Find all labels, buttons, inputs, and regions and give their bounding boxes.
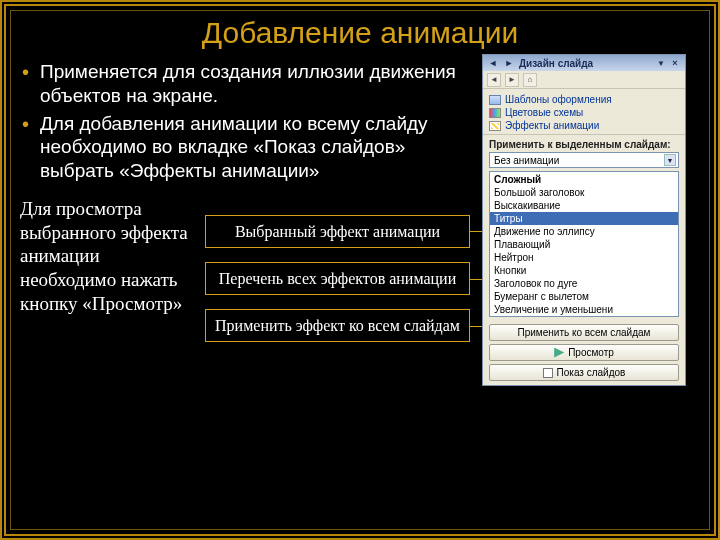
list-item[interactable]: Плавающий xyxy=(490,238,678,251)
list-item[interactable]: Движение по эллипсу xyxy=(490,225,678,238)
pane-link-group: Шаблоны оформления Цветовые схемы Эффект… xyxy=(483,89,685,135)
link-label: Эффекты анимации xyxy=(505,120,599,131)
callout-selected-effect: Выбранный эффект анимации xyxy=(205,215,470,248)
screen-icon xyxy=(543,368,553,378)
link-label: Шаблоны оформления xyxy=(505,94,612,105)
templates-icon xyxy=(489,95,501,105)
preview-instruction: Для просмотра выбранного эффекта анимаци… xyxy=(20,197,195,343)
content-row: Применяется для создания иллюзии движени… xyxy=(20,60,700,342)
list-item[interactable]: Бумеранг с вылетом xyxy=(490,290,678,303)
list-item[interactable]: Выскакивание xyxy=(490,199,678,212)
chevron-down-icon: ▼ xyxy=(664,154,676,166)
callout-text: Перечень всех эффектов анимации xyxy=(219,270,456,287)
dropdown-icon[interactable]: ▼ xyxy=(657,59,665,68)
button-label: Просмотр xyxy=(568,347,614,358)
pane-header: ◄ ► Дизайн слайда ▼ × xyxy=(483,55,685,71)
callout-text: Выбранный эффект анимации xyxy=(235,223,440,240)
play-icon xyxy=(554,348,564,358)
link-label: Цветовые схемы xyxy=(505,107,583,118)
callout-text: Применить эффект ко всем слайдам xyxy=(215,317,460,334)
palette-icon xyxy=(489,108,501,118)
group-label: Сложный xyxy=(490,172,678,186)
pane-bottom: Применить ко всем слайдам Просмотр Показ… xyxy=(483,321,685,385)
left-column: Применяется для создания иллюзии движени… xyxy=(20,60,470,342)
forward-icon[interactable]: ► xyxy=(503,57,515,69)
list-item[interactable]: Нейтрон xyxy=(490,251,678,264)
slide-frame: Добавление анимации Применяется для созд… xyxy=(0,0,720,540)
list-item[interactable]: Большой заголовок xyxy=(490,186,678,199)
section-label: Применить к выделенным слайдам: xyxy=(483,135,685,152)
task-pane-wrap: ◄ ► Дизайн слайда ▼ × ◄ ► ⌂ Шаблоны офор… xyxy=(478,60,680,342)
bullet-item: Для добавления анимации ко всему слайду … xyxy=(20,112,470,183)
link-color-schemes[interactable]: Цветовые схемы xyxy=(489,106,679,119)
preview-button[interactable]: Просмотр xyxy=(489,344,679,361)
animation-dropdown[interactable]: Без анимации ▼ xyxy=(489,152,679,168)
slide-title: Добавление анимации xyxy=(20,16,700,50)
callout-stack: Выбранный эффект анимации Перечень всех … xyxy=(205,197,470,343)
link-templates[interactable]: Шаблоны оформления xyxy=(489,93,679,106)
callout-apply-all: Применить эффект ко всем слайдам xyxy=(205,309,470,342)
pane-title: Дизайн слайда xyxy=(519,58,653,69)
nav-fwd-button[interactable]: ► xyxy=(505,73,519,87)
button-label: Применить ко всем слайдам xyxy=(518,327,651,338)
apply-all-button[interactable]: Применить ко всем слайдам xyxy=(489,324,679,341)
list-item[interactable]: Заголовок по дуге xyxy=(490,277,678,290)
list-item[interactable]: Кнопки xyxy=(490,264,678,277)
pane-toolbar: ◄ ► ⌂ xyxy=(483,71,685,89)
lower-row: Для просмотра выбранного эффекта анимаци… xyxy=(20,197,470,343)
list-item[interactable]: Увеличение и уменьшени xyxy=(490,303,678,316)
back-icon[interactable]: ◄ xyxy=(487,57,499,69)
bullet-item: Применяется для создания иллюзии движени… xyxy=(20,60,470,108)
dropdown-value: Без анимации xyxy=(494,155,559,166)
bullet-list: Применяется для создания иллюзии движени… xyxy=(20,60,470,183)
slideshow-button[interactable]: Показ слайдов xyxy=(489,364,679,381)
effects-icon xyxy=(489,121,501,131)
button-label: Показ слайдов xyxy=(557,367,626,378)
list-item-selected[interactable]: Титры xyxy=(490,212,678,225)
home-icon[interactable]: ⌂ xyxy=(523,73,537,87)
close-icon[interactable]: × xyxy=(669,57,681,69)
callout-all-effects: Перечень всех эффектов анимации xyxy=(205,262,470,295)
nav-back-button[interactable]: ◄ xyxy=(487,73,501,87)
effects-listbox[interactable]: Сложный Большой заголовок Выскакивание Т… xyxy=(489,171,679,317)
link-animation-effects[interactable]: Эффекты анимации xyxy=(489,119,679,132)
task-pane: ◄ ► Дизайн слайда ▼ × ◄ ► ⌂ Шаблоны офор… xyxy=(482,54,686,386)
